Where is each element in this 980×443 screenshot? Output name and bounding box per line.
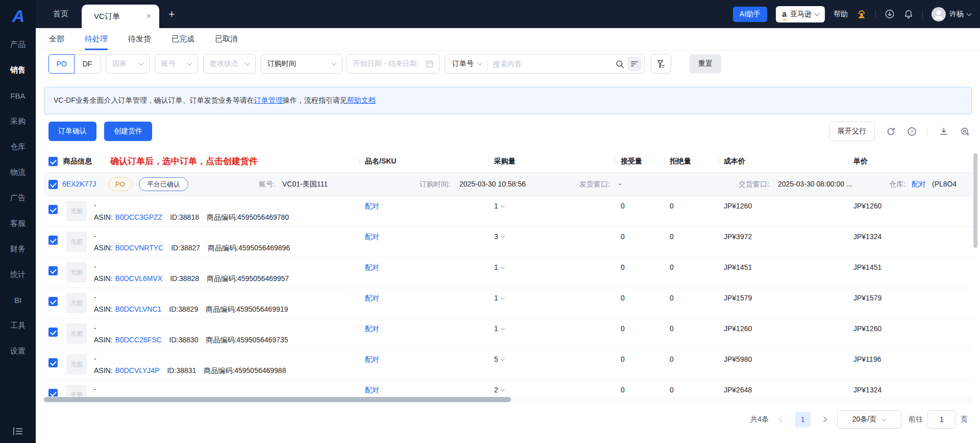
- po-toggle[interactable]: PO: [48, 54, 75, 74]
- sidebar-item-fba[interactable]: FBA: [0, 83, 36, 108]
- download-circle-icon[interactable]: [885, 9, 895, 19]
- refresh-icon[interactable]: [886, 126, 896, 136]
- chevron-down-icon: [332, 61, 337, 66]
- filter-funnel-icon: [657, 60, 665, 68]
- expand-parent-button[interactable]: 展开父行: [829, 122, 875, 141]
- sidebar-item-service[interactable]: 客服: [0, 211, 36, 236]
- row-checkbox[interactable]: [48, 266, 58, 275]
- purchase-qty-cell[interactable]: 1: [494, 294, 504, 302]
- vertical-scrollbar-thumb[interactable]: [973, 153, 977, 248]
- ai-assistant-button[interactable]: AI助手: [733, 7, 767, 22]
- horizontal-scrollbar-thumb[interactable]: [44, 397, 511, 402]
- app-logo[interactable]: A: [0, 0, 36, 32]
- page-size-select[interactable]: 20条/页: [837, 410, 901, 429]
- tab-cancelled[interactable]: 已取消: [215, 28, 238, 50]
- purchase-qty-cell[interactable]: 1: [494, 202, 504, 210]
- select-all-checkbox[interactable]: [48, 157, 58, 166]
- product-code: 商品编码:4595056469957: [207, 274, 289, 283]
- date-range-picker[interactable]: 开始日期 - 结束日期: [347, 54, 439, 74]
- pair-link[interactable]: 配对: [365, 263, 379, 272]
- pair-link[interactable]: 配对: [365, 202, 379, 211]
- sidebar-item-finance[interactable]: 财务: [0, 236, 36, 262]
- tab-all[interactable]: 全部: [49, 28, 64, 50]
- asin-link[interactable]: B0DCC26FSC: [115, 336, 162, 344]
- order-management-link[interactable]: 订单管理: [254, 96, 283, 105]
- sidebar-item-product[interactable]: 产品: [0, 32, 36, 57]
- status-tabs: 全部 待处理 待发货 已完成 已取消: [36, 28, 980, 51]
- search-icon[interactable]: [616, 60, 624, 68]
- sidebar-item-settings[interactable]: 设置: [0, 338, 36, 364]
- info-banner: VC-DF业务全面介入订单管理，确认订单、订单发货业务等请在订单管理操作，流程指…: [44, 87, 972, 114]
- support-icon[interactable]: [856, 9, 867, 19]
- asin-link[interactable]: B0DCVL6MVX: [115, 274, 163, 283]
- account-select[interactable]: 账号: [155, 54, 198, 74]
- filter-funnel-button[interactable]: [651, 54, 671, 74]
- row-checkbox[interactable]: [48, 358, 58, 367]
- sidebar-item-purchase[interactable]: 采购: [0, 108, 36, 134]
- row-checkbox[interactable]: [48, 205, 58, 214]
- sort-lines-icon[interactable]: [627, 57, 642, 71]
- purchase-qty-cell[interactable]: 5: [494, 355, 504, 363]
- column-settings-icon[interactable]: [960, 126, 970, 136]
- asin-link[interactable]: B0DCVLYJ4P: [115, 366, 160, 375]
- asin-link[interactable]: B0DCVLVNC1: [115, 305, 162, 313]
- sidebar-item-bi[interactable]: BI: [0, 287, 36, 313]
- pair-link[interactable]: 配对: [365, 355, 379, 364]
- goto-page-input[interactable]: [927, 410, 956, 429]
- tab-to-ship[interactable]: 待发货: [128, 28, 151, 50]
- sidebar-item-sales[interactable]: 销售: [0, 57, 36, 83]
- order-time-value: 2025-03-30 10:58:56: [459, 180, 526, 188]
- current-page[interactable]: 1: [795, 412, 811, 427]
- row-checkbox[interactable]: [48, 389, 58, 397]
- product-row: 无图 - ASIN:ID:商品编码: 配对 2 0 0 JP¥2648 JP¥1…: [44, 380, 972, 397]
- country-select[interactable]: 国家: [106, 54, 150, 74]
- tab-completed[interactable]: 已完成: [172, 28, 194, 50]
- tab-pending[interactable]: 待处理: [85, 28, 108, 50]
- collapse-sidebar-button[interactable]: [0, 427, 36, 436]
- search-input[interactable]: [488, 60, 616, 68]
- pair-link[interactable]: 配对: [365, 294, 379, 303]
- sidebar-item-ads[interactable]: 广告: [0, 185, 36, 211]
- create-shipment-button[interactable]: 创建货件: [104, 122, 152, 141]
- sign-status-select[interactable]: 签收状态: [203, 54, 256, 74]
- purchase-qty-cell[interactable]: 1: [494, 263, 504, 271]
- platform-selector[interactable]: a 亚马逊: [776, 6, 825, 22]
- sidebar-item-tools[interactable]: 工具: [0, 313, 36, 338]
- tools-divider: [927, 128, 928, 135]
- asin-link[interactable]: B0DCC3GPZZ: [115, 213, 163, 221]
- confirm-order-button[interactable]: 订单确认: [48, 122, 96, 141]
- time-type-select[interactable]: 订购时间: [261, 54, 342, 74]
- prev-page-button[interactable]: [776, 413, 788, 426]
- order-number-link[interactable]: 6EX2K77J: [62, 180, 96, 188]
- pair-link[interactable]: 配对: [365, 324, 379, 334]
- asin-link[interactable]: B0DCVNRTYC: [115, 244, 164, 252]
- warehouse-pair-link[interactable]: 配对: [912, 180, 926, 189]
- purchase-qty-cell[interactable]: 3: [494, 232, 504, 241]
- pair-link[interactable]: 配对: [365, 232, 379, 242]
- row-checkbox[interactable]: [48, 297, 58, 306]
- df-toggle[interactable]: DF: [75, 54, 101, 74]
- sidebar-item-warehouse[interactable]: 仓库: [0, 134, 36, 159]
- reset-button[interactable]: 重置: [690, 54, 721, 74]
- export-icon[interactable]: [939, 126, 949, 136]
- next-page-button[interactable]: [818, 413, 830, 426]
- sidebar-item-stats[interactable]: 统计: [0, 262, 36, 287]
- question-circle-icon[interactable]: ?: [906, 126, 917, 136]
- cost-price-cell: JP¥1579: [724, 294, 752, 302]
- help-doc-link[interactable]: 帮助文档: [347, 96, 376, 105]
- group-checkbox[interactable]: [48, 180, 58, 189]
- user-menu[interactable]: 许杨: [932, 7, 971, 21]
- purchase-qty-cell[interactable]: 1: [494, 324, 504, 333]
- pair-link[interactable]: 配对: [365, 386, 379, 395]
- purchase-qty-cell[interactable]: 2: [494, 386, 504, 394]
- help-link[interactable]: 帮助: [834, 10, 848, 19]
- bell-icon[interactable]: [903, 9, 914, 19]
- search-field-select[interactable]: 订单号: [445, 58, 488, 70]
- tab-vc-orders[interactable]: VC订单 ×: [82, 5, 159, 28]
- tab-home[interactable]: 首页: [40, 0, 82, 28]
- close-icon[interactable]: ×: [146, 12, 151, 21]
- sidebar-item-logistics[interactable]: 物流: [0, 159, 36, 185]
- row-checkbox[interactable]: [48, 236, 58, 245]
- row-checkbox[interactable]: [48, 328, 58, 337]
- add-tab-button[interactable]: +: [159, 0, 184, 28]
